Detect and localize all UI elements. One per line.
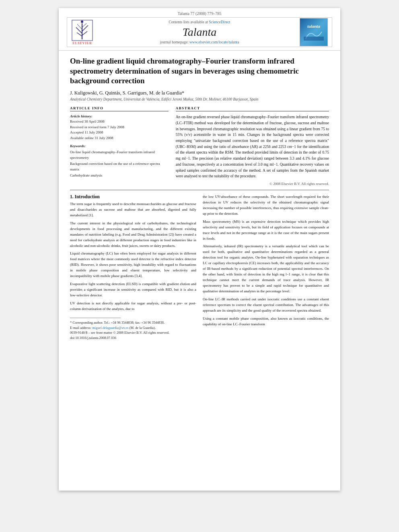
elsevier-tree-icon <box>71 19 93 41</box>
talanta-logo: talanta <box>300 18 328 46</box>
journal-header: Talanta 77 (2008) 779–785 <box>59 8 340 51</box>
talanta-logo-text: talanta <box>307 24 320 29</box>
journal-homepage: journal homepage: www.elsevier.com/locat… <box>160 40 239 44</box>
talanta-graphic-icon <box>304 29 324 41</box>
elsevier-brand-text: ELSEVIER <box>72 41 92 45</box>
abstract-column: ABSTRACT An on-line gradient reversed ph… <box>176 106 329 186</box>
intro-para-2: The current interest in the physiologica… <box>70 221 196 249</box>
sciencedirect-link[interactable]: ScienceDirect <box>209 20 230 24</box>
homepage-link[interactable]: www.elsevier.com/locate/talanta <box>189 40 239 44</box>
article-info-header: ARTICLE INFO <box>70 106 169 111</box>
elsevier-logo: ELSEVIER <box>71 19 93 45</box>
svg-point-8 <box>81 21 83 23</box>
right-para-3: Alternatively, infrared (IR) spectrometr… <box>203 244 329 294</box>
article-body: On-line gradient liquid chromatography–F… <box>59 51 340 349</box>
received-date: Received 30 April 2008 <box>70 119 169 125</box>
footnote-3: 0039-9140/$ – see front matter © 2008 El… <box>70 330 196 335</box>
abstract-header: ABSTRACT <box>176 106 329 111</box>
article-title: On-line gradient liquid chromatography–F… <box>70 56 329 86</box>
right-para-2: Mass spectrometry (MS) is an expensive d… <box>203 219 329 242</box>
article-info-column: ARTICLE INFO Article history: Received 3… <box>70 106 169 186</box>
intro-para-1: The term sugar is frequently used to des… <box>70 201 196 218</box>
intro-para-3: Liquid chromatography (LC) has often bee… <box>70 251 196 279</box>
footnote-email-suffix: (M. de la Guardia). <box>130 326 156 330</box>
main-col-right: the low UV-absorbance of these compounds… <box>203 194 329 341</box>
copyright-line: © 2008 Elsevier B.V. All rights reserved… <box>176 182 329 186</box>
intro-para-5: UV detection is not directly applicable … <box>70 301 196 312</box>
intro-para-4: Evaporative light scattering detection (… <box>70 281 196 298</box>
journal-title: Talanta <box>160 26 239 39</box>
right-para-4: On-line LC–IR methods carried out under … <box>203 297 329 314</box>
svg-rect-11 <box>304 37 324 41</box>
footnote-email-label: E-mail address: <box>70 326 91 330</box>
footnote-4: doi:10.1016/j.talanta.2008.07.036 <box>70 335 196 341</box>
right-para-1: the low UV-absorbance of these compounds… <box>203 194 329 217</box>
footnote-corresponding: Corresponding author. Tel.: +34 96 35448… <box>72 320 165 325</box>
article-history-label: Article history: <box>70 114 169 118</box>
article-affiliation: Analytical Chemistry Department, Univers… <box>70 97 329 101</box>
journal-top-line: Talanta 77 (2008) 779–785 <box>67 11 332 16</box>
intro-section-title: 1. Introduction <box>70 194 196 199</box>
keyword-1: On-line liquid chromatography–Fourier tr… <box>70 149 169 161</box>
section-divider <box>70 190 329 190</box>
footnote-1: * Corresponding author. Tel.: +34 96 354… <box>70 320 196 325</box>
sciencedirect-prefix: Contents lists available at <box>169 20 208 24</box>
revised-date: Received in revised form 7 July 2008 <box>70 125 169 130</box>
article-authors: J. Kuligowski, G. Quintás, S. Garrigues,… <box>70 90 329 96</box>
journal-center: Contents lists available at ScienceDirec… <box>160 20 239 44</box>
keyword-2: Background correction based on the use o… <box>70 161 169 173</box>
homepage-prefix: journal homepage: <box>160 40 189 44</box>
sciencedirect-line: Contents lists available at ScienceDirec… <box>160 20 239 24</box>
accepted-date: Accepted 11 July 2008 <box>70 130 169 136</box>
abstract-text: An on-line gradient reversed phase liqui… <box>176 114 329 179</box>
keywords-label: Keywords: <box>70 144 169 148</box>
footnote-2: E-mail address: miguel.delaguardia@uv.es… <box>70 325 196 331</box>
keyword-3: Carbohydrate analysis <box>70 173 169 178</box>
online-date: Available online 31 July 2008 <box>70 136 169 141</box>
main-col-left: 1. Introduction The term sugar is freque… <box>70 194 196 341</box>
info-abstract-columns: ARTICLE INFO Article history: Received 3… <box>70 106 329 186</box>
footnote-email-link[interactable]: miguel.delaguardia@uv.es <box>92 326 128 330</box>
right-para-5: Using a constant mobile phase compositio… <box>203 316 329 327</box>
article-page: Talanta 77 (2008) 779–785 <box>59 8 340 491</box>
main-body-columns: 1. Introduction The term sugar is freque… <box>70 194 329 341</box>
journal-banner: ELSEVIER Contents lists available at Sci… <box>67 17 332 47</box>
